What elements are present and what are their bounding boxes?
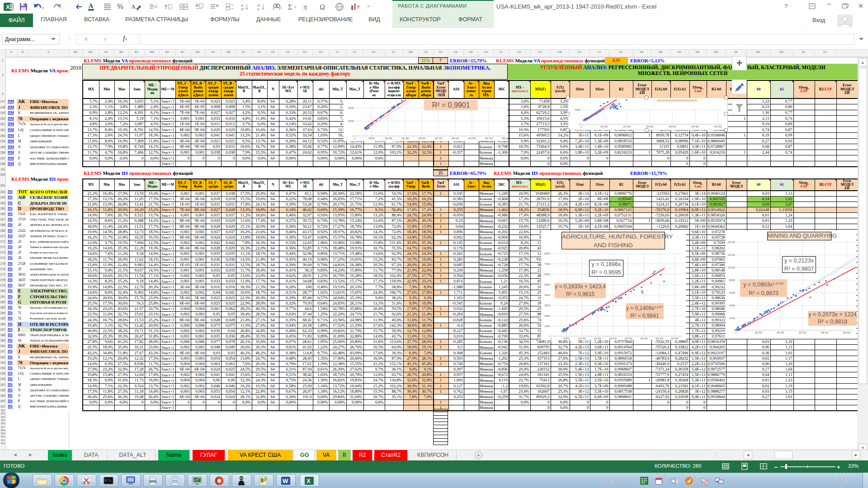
svg-text:10000: 10000: [575, 109, 580, 111]
svg-text:250 000: 250 000: [435, 137, 443, 140]
svg-text:80000: 80000: [729, 279, 735, 282]
svg-text:400 000: 400 000: [671, 338, 679, 340]
svg-text:20000: 20000: [348, 120, 354, 122]
svg-text:20000: 20000: [729, 317, 735, 319]
svg-text:400 000: 400 000: [821, 332, 829, 334]
svg-text:0: 0: [354, 137, 356, 140]
svg-text:A: A: [89, 3, 94, 9]
svg-text:600 000: 600 000: [714, 126, 722, 128]
svg-text:200 000: 200 000: [777, 332, 784, 334]
svg-text:10000: 10000: [544, 325, 550, 328]
svg-text:X: X: [307, 478, 311, 484]
svg-text:0: 0: [736, 332, 737, 334]
svg-text:60000: 60000: [729, 292, 735, 294]
svg-text:350 000: 350 000: [468, 137, 476, 140]
svg-text:400 000: 400 000: [669, 126, 676, 128]
svg-text:▾: ▾: [294, 5, 296, 9]
svg-text:80000: 80000: [544, 253, 550, 255]
svg-text:W: W: [283, 478, 288, 484]
svg-text:0: 0: [549, 335, 550, 338]
svg-text:▾: ▾: [42, 6, 44, 9]
svg-text:500 000: 500 000: [691, 126, 699, 128]
svg-text:300 000: 300 000: [640, 338, 648, 340]
svg-text:Я: Я: [241, 7, 244, 11]
svg-text:100 000: 100 000: [578, 338, 586, 340]
svg-text:20000: 20000: [544, 315, 550, 317]
svg-text:140 000: 140 000: [727, 241, 735, 244]
svg-text:50000: 50000: [369, 137, 375, 140]
svg-text:30000: 30000: [544, 305, 550, 307]
svg-text:0: 0: [581, 126, 582, 128]
svg-text:200 000: 200 000: [609, 338, 617, 340]
svg-text:70000: 70000: [544, 263, 550, 265]
svg-text:300 000: 300 000: [452, 137, 459, 140]
svg-text:300 000: 300 000: [646, 126, 654, 128]
svg-text:450 000: 450 000: [502, 137, 507, 140]
svg-text:40000: 40000: [544, 294, 550, 296]
svg-text:250 000: 250 000: [625, 338, 632, 340]
svg-text:0: 0: [579, 123, 580, 126]
svg-text:A: A: [131, 3, 136, 10]
svg-text:0: 0: [734, 329, 735, 332]
svg-text:C:\_: C:\_: [105, 479, 113, 482]
svg-text:▾: ▾: [61, 6, 63, 9]
svg-text:500 000: 500 000: [843, 332, 851, 334]
svg-text:▾: ▾: [280, 6, 282, 9]
svg-text:300 000: 300 000: [799, 332, 807, 334]
svg-text:40000: 40000: [729, 305, 735, 307]
svg-text:0: 0: [353, 135, 354, 137]
svg-text:0: 0: [551, 338, 552, 340]
svg-text:200 000: 200 000: [418, 137, 426, 140]
svg-text:Ω: Ω: [320, 3, 325, 11]
svg-text:150 000: 150 000: [401, 137, 409, 140]
svg-text:?: ?: [357, 5, 360, 10]
svg-text:100 000: 100 000: [600, 126, 608, 128]
svg-text:50000: 50000: [544, 284, 550, 286]
svg-text:150 000: 150 000: [594, 338, 601, 340]
svg-text:π: π: [303, 3, 307, 11]
svg-text:А: А: [257, 7, 260, 11]
svg-text:60000: 60000: [544, 273, 550, 276]
svg-text:X: X: [6, 4, 10, 10]
svg-text:100 000: 100 000: [755, 332, 762, 334]
svg-text:100 000: 100 000: [385, 137, 392, 140]
svg-text:120 000: 120 000: [727, 254, 735, 256]
svg-text:%: %: [117, 3, 123, 10]
svg-text:200 000: 200 000: [623, 126, 631, 128]
svg-text:350 000: 350 000: [656, 338, 663, 340]
svg-text:40000: 40000: [348, 107, 354, 109]
svg-text:100 000: 100 000: [727, 267, 735, 269]
svg-text:400 000: 400 000: [485, 137, 493, 140]
svg-text:Σ: Σ: [288, 3, 292, 11]
svg-text:50000: 50000: [564, 338, 570, 340]
